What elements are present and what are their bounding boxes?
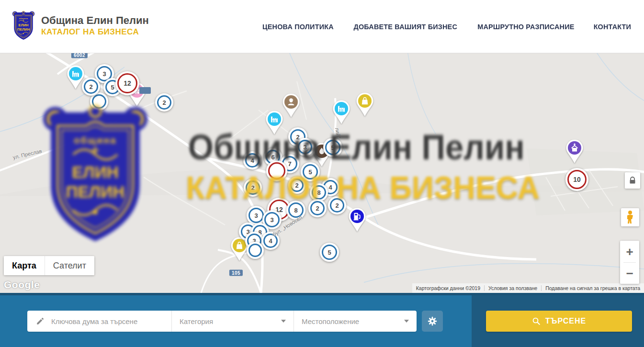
cluster-marker[interactable]: 4 xyxy=(243,151,261,169)
street-view-pegman-button[interactable] xyxy=(621,208,639,226)
cluster-count: 2 xyxy=(251,184,254,191)
cluster-count: 12 xyxy=(124,79,131,87)
svg-text:ЕЛИН: ЕЛИН xyxy=(19,23,29,27)
road-shield: 6002 xyxy=(71,53,88,58)
cluster-marker[interactable]: 2 xyxy=(82,78,100,96)
map-type-satellite-button[interactable]: Сателит xyxy=(45,256,94,275)
map-attribution: Картографски данни ©2019 Условия за полз… xyxy=(412,283,644,293)
cluster-marker[interactable]: 5 xyxy=(320,243,339,262)
keyword-field[interactable] xyxy=(27,311,171,332)
search-button-label: ТЪРСЕНЕ xyxy=(545,317,586,325)
cluster-marker[interactable]: 2 xyxy=(328,196,346,214)
cluster-marker[interactable] xyxy=(266,160,287,181)
svg-text:община: община xyxy=(19,17,28,20)
cluster-count: 10 xyxy=(573,176,581,183)
main-nav: ЦЕНОВА ПОЛИТИКА ДОБАВЕТЕ ВАШИЯТ БИЗНЕС М… xyxy=(261,0,632,53)
lock-icon[interactable] xyxy=(625,172,640,189)
terms-link[interactable]: Условия за ползване xyxy=(485,285,541,291)
cluster-count: 8 xyxy=(294,207,297,214)
header: община ЕЛИН ПЕЛИН Община Елин Пелин КАТА… xyxy=(0,0,644,53)
category-select[interactable]: Категория xyxy=(171,311,294,332)
search-icon xyxy=(532,317,541,325)
cluster-count: 2 xyxy=(295,182,298,189)
cluster-count: 6 xyxy=(271,154,274,161)
site-title: Община Елин Пелин xyxy=(41,15,149,26)
location-select[interactable]: Местоположение xyxy=(294,311,417,332)
site-logo[interactable]: община ЕЛИН ПЕЛИН Община Елин Пелин КАТА… xyxy=(11,11,149,41)
cluster-count: 8 xyxy=(317,189,320,196)
google-logo[interactable]: Google xyxy=(4,279,40,291)
municipality-crest-icon: община ЕЛИН ПЕЛИН xyxy=(11,11,35,41)
svg-text:ПЕЛИН: ПЕЛИН xyxy=(17,27,30,32)
nav-pricing-policy[interactable]: ЦЕНОВА ПОЛИТИКА xyxy=(262,22,334,31)
cluster-marker[interactable]: 10 xyxy=(565,168,588,191)
page: община ЕЛИН ПЕЛИН Община Елин Пелин КАТА… xyxy=(0,0,644,347)
cluster-marker[interactable]: 12 xyxy=(115,71,139,95)
search-field-group: Категория Местоположение xyxy=(27,311,417,332)
cluster-count: 3 xyxy=(270,216,273,224)
cluster-count: 4 xyxy=(250,157,254,164)
cluster-count: 5 xyxy=(328,249,331,256)
advanced-settings-button[interactable] xyxy=(422,311,443,332)
cluster-count: 2 xyxy=(162,99,166,106)
cluster-marker[interactable]: 5 xyxy=(301,162,320,181)
cluster-marker[interactable] xyxy=(247,242,264,259)
cluster-count: 3 xyxy=(102,70,106,78)
category-select-value: Категория xyxy=(180,317,281,325)
cluster-count: 3 xyxy=(303,144,306,151)
search-bar: Категория Местоположение xyxy=(0,293,644,347)
road-shield: 105 xyxy=(229,270,243,276)
fuel-pin[interactable] xyxy=(347,207,367,235)
cluster-count: 5 xyxy=(308,168,312,176)
factory-pin[interactable] xyxy=(264,110,284,138)
bag-pin[interactable] xyxy=(355,92,375,120)
keyword-input[interactable] xyxy=(50,317,167,326)
map-type-map-button[interactable]: Карта xyxy=(4,256,45,275)
map-canvas[interactable]: 32512223564752248221283338345106002105ул… xyxy=(0,53,644,293)
cluster-marker[interactable]: 2 xyxy=(155,93,173,112)
cluster-count: 4 xyxy=(269,237,272,245)
cluster-marker[interactable]: 2 xyxy=(288,177,305,194)
cluster-count: 3 xyxy=(254,212,258,219)
location-select-value: Местоположение xyxy=(302,317,404,325)
cluster-count: 4 xyxy=(328,184,332,191)
cluster-marker[interactable]: 3 xyxy=(296,138,314,156)
church-pin[interactable] xyxy=(565,139,585,167)
cluster-count: 2 xyxy=(89,83,92,90)
zoom-in-button[interactable]: + xyxy=(620,241,639,262)
cluster-marker[interactable]: 5 xyxy=(323,138,342,157)
map-type-control: Карта Сателит xyxy=(4,256,94,275)
site-subtitle: КАТАЛОГ НА БИЗНЕСА xyxy=(41,27,149,37)
cluster-count: 2 xyxy=(316,205,319,212)
zoom-control: + − xyxy=(620,241,639,284)
nav-contacts[interactable]: КОНТАКТИ xyxy=(594,22,632,31)
chevron-down-icon xyxy=(281,320,286,323)
cluster-count: 7 xyxy=(288,160,291,168)
cluster-count: 2 xyxy=(335,202,339,209)
factory-pin[interactable] xyxy=(331,100,351,127)
nav-route-schedule[interactable]: МАРШРУТНО РАЗПИСАНИЕ xyxy=(478,22,575,31)
cluster-marker[interactable]: 2 xyxy=(244,179,262,197)
nav-add-business[interactable]: ДОБАВЕТЕ ВАШИЯТ БИЗНЕС xyxy=(353,22,457,31)
pencil-icon xyxy=(36,317,45,325)
gear-icon xyxy=(427,316,438,326)
cluster-count: 5 xyxy=(331,144,334,151)
search-button[interactable]: ТЪРСЕНЕ xyxy=(486,311,632,332)
attribution-copyright: Картографски данни ©2019 xyxy=(412,285,484,291)
cluster-count: 5 xyxy=(111,84,114,91)
report-error-link[interactable]: Подаване на сигнал за грешка в картата xyxy=(542,285,644,291)
chevron-down-icon xyxy=(404,320,409,323)
zoom-out-button[interactable]: − xyxy=(620,263,639,284)
road-shield xyxy=(139,87,151,94)
cluster-marker[interactable]: 2 xyxy=(308,199,327,217)
